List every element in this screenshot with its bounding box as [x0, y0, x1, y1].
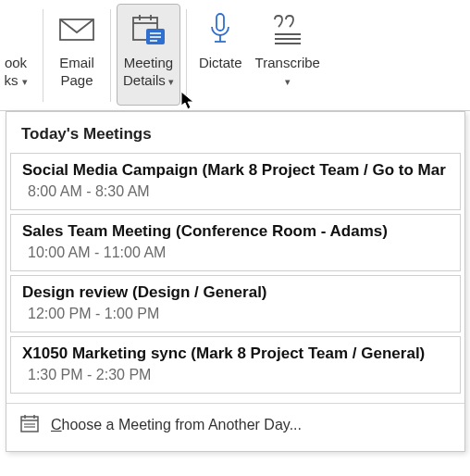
ribbon-button-email-page[interactable]: Email Page	[49, 4, 105, 106]
meeting-time: 12:00 PM - 1:00 PM	[22, 306, 449, 322]
meeting-item[interactable]: X1050 Marketing sync (Mark 8 Project Tea…	[10, 336, 461, 394]
ribbon-button-notebooks[interactable]: ook ks ▾	[0, 4, 37, 106]
meeting-title: X1050 Marketing sync (Mark 8 Project Tea…	[22, 344, 449, 363]
ribbon-separator	[43, 9, 43, 102]
svg-rect-9	[216, 14, 224, 31]
ribbon-button-meeting-details[interactable]: Meeting Details ▾	[117, 4, 180, 106]
ribbon-separator	[186, 9, 187, 102]
meeting-time: 8:00 AM - 8:30 AM	[22, 183, 449, 200]
ribbon-button-label: Transcribe▾	[255, 55, 320, 90]
ribbon-button-label: Dictate	[199, 55, 242, 72]
ribbon-button-label: Meeting Details ▾	[123, 55, 174, 90]
microphone-icon	[208, 10, 232, 49]
ribbon-separator	[110, 9, 111, 102]
ribbon-button-label: ook ks ▾	[4, 55, 27, 90]
footer-label: Choose a Meeting from Another Day...	[51, 417, 302, 433]
meeting-item[interactable]: Social Media Campaign (Mark 8 Project Te…	[10, 153, 461, 210]
meeting-time: 10:00 AM - 11:00 AM	[22, 244, 449, 261]
meeting-item[interactable]: Design review (Design / General) 12:00 P…	[10, 275, 461, 332]
meeting-details-dropdown: Today's Meetings Social Media Campaign (…	[6, 111, 465, 452]
meeting-title: Design review (Design / General)	[22, 283, 449, 302]
envelope-icon	[58, 10, 95, 49]
ribbon-toolbar: ook ks ▾ Email Page	[0, 0, 470, 111]
choose-another-day-button[interactable]: Choose a Meeting from Another Day...	[6, 403, 464, 451]
meeting-title: Sales Team Meeting (Conference Room - Ad…	[22, 222, 449, 241]
meeting-title: Social Media Campaign (Mark 8 Project Te…	[22, 161, 449, 180]
meeting-item[interactable]: Sales Team Meeting (Conference Room - Ad…	[10, 214, 461, 271]
calendar-icon	[19, 413, 40, 436]
transcribe-icon	[269, 10, 306, 49]
meeting-time: 1:30 PM - 2:30 PM	[22, 367, 449, 383]
meeting-list: Social Media Campaign (Mark 8 Project Te…	[6, 153, 464, 403]
ribbon-button-transcribe[interactable]: Transcribe▾	[249, 4, 327, 106]
dropdown-header: Today's Meetings	[6, 112, 464, 153]
ribbon-button-label: Email Page	[59, 55, 94, 90]
ribbon-button-dictate[interactable]: Dictate	[192, 4, 249, 106]
calendar-details-icon	[130, 10, 167, 49]
